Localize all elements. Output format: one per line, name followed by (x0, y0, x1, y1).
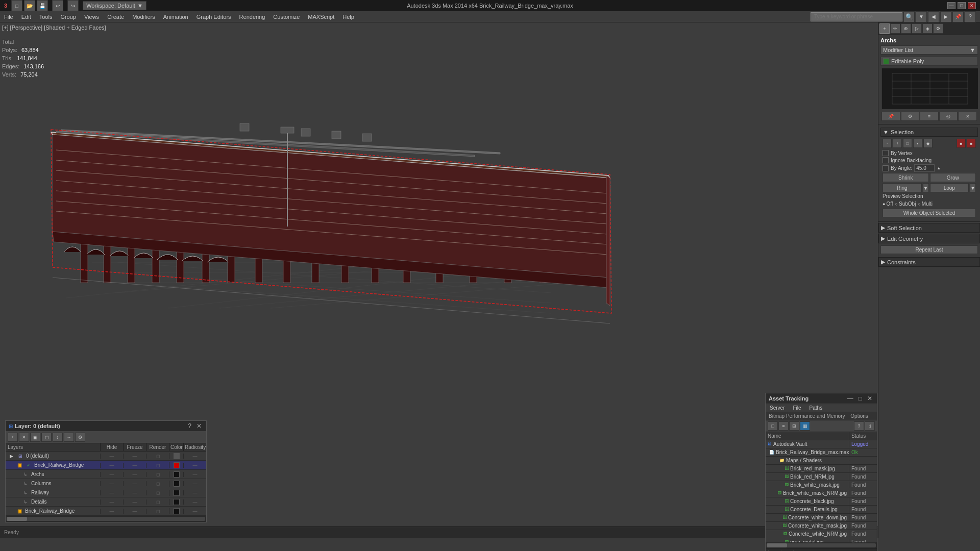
layer-close-btn[interactable]: ✕ (195, 422, 203, 430)
layer-color-cell[interactable] (169, 508, 183, 514)
tab-create[interactable]: + (879, 23, 890, 34)
layer-color-cell[interactable] (169, 499, 183, 505)
layer-settings-btn[interactable]: ⚙ (75, 433, 85, 442)
tab-motion[interactable]: ▷ (912, 23, 922, 34)
help-btn[interactable]: ? (965, 11, 976, 22)
tab-utilities[interactable]: ⚙ (933, 23, 943, 34)
layer-render-cell[interactable]: ◻ (146, 463, 169, 468)
tab-display[interactable]: ◈ (922, 23, 933, 34)
search-fwd-btn[interactable]: ▶ (940, 11, 951, 22)
layer-color-cell[interactable] (169, 471, 183, 478)
element-mode-btn[interactable]: ◆ (923, 139, 933, 148)
border-mode-btn[interactable]: □ (903, 139, 912, 148)
angle-spinner-up[interactable]: ▲ (937, 166, 941, 170)
tab-hierarchy[interactable]: ⊕ (901, 23, 911, 34)
vertex-mode-btn[interactable]: · (883, 139, 892, 148)
asset-new-btn[interactable]: □ (768, 421, 778, 431)
asset-menu-paths[interactable]: Paths (805, 404, 827, 412)
asset-horizontal-scrollbar[interactable] (766, 542, 877, 548)
layer-help-btn[interactable]: ? (186, 422, 193, 430)
layer-render-cell[interactable]: ◻ (146, 481, 169, 486)
layer-radiosity-cell[interactable]: — (183, 509, 206, 514)
shrink-btn[interactable]: Shrink (883, 173, 929, 182)
menu-animation[interactable]: Animation (159, 11, 192, 22)
search-input[interactable] (811, 12, 902, 21)
layer-freeze-cell[interactable]: — (123, 509, 146, 514)
layer-row[interactable]: ▣ Brick_Railway_Bridge — — ◻ — (6, 507, 206, 516)
layer-render-cell[interactable]: ◻ (146, 499, 169, 505)
menu-file[interactable]: File (0, 11, 17, 22)
off-radio[interactable]: ● Off (883, 201, 893, 207)
asset-row[interactable]: 🖼 Concrete_white_NRM.jpg Found (766, 530, 877, 538)
grow-btn[interactable]: Grow (930, 173, 976, 182)
layer-row[interactable]: ↳ Railway — — ◻ — (6, 488, 206, 497)
menu-rendering[interactable]: Rendering (235, 11, 270, 22)
layer-color-cell[interactable] (169, 462, 183, 468)
menu-graph-editors[interactable]: Graph Editors (192, 11, 235, 22)
asset-row[interactable]: 🖼 Brick_red_mask.jpg Found (766, 465, 877, 473)
by-angle-checkbox[interactable] (883, 165, 889, 171)
asset-options-link[interactable]: Options (850, 413, 868, 419)
ignore-backfacing-checkbox[interactable] (883, 157, 889, 163)
layer-radiosity-cell[interactable]: — (183, 481, 206, 486)
layer-color-cell[interactable] (169, 481, 183, 487)
asset-menu-file[interactable]: File (789, 404, 805, 412)
layer-select-layer-btn[interactable]: ↕ (53, 433, 63, 442)
asset-row[interactable]: 🖼 Concrete_white_mask.jpg Found (766, 522, 877, 530)
layer-freeze-cell[interactable]: — (123, 454, 146, 459)
menu-create[interactable]: Create (103, 11, 128, 22)
remove-modifier-btn[interactable]: ✕ (958, 112, 977, 121)
open-btn[interactable]: 📂 (24, 0, 35, 11)
layer-row[interactable]: ▶ ⊞ 0 (default) — — ◻ — (6, 452, 206, 461)
layer-delete-btn[interactable]: ✕ (19, 433, 29, 442)
search-options-btn[interactable]: ▼ (916, 11, 927, 22)
layer-move-to-btn[interactable]: → (64, 433, 74, 442)
layer-freeze-cell[interactable]: — (123, 490, 146, 495)
asset-row[interactable]: 📁 Maps / Shaders (766, 457, 877, 465)
layer-hide-cell[interactable]: — (100, 454, 123, 459)
menu-edit[interactable]: Edit (17, 11, 35, 22)
asset-tree-btn[interactable]: ⊞ (789, 421, 799, 431)
asset-row[interactable]: 🏛 Autodesk Vault Logged (766, 440, 877, 448)
undo-btn[interactable]: ↩ (52, 0, 63, 11)
new-btn[interactable]: □ (11, 0, 22, 11)
layer-color-cell[interactable] (169, 490, 183, 496)
layer-new-btn[interactable]: + (8, 433, 18, 442)
layer-freeze-cell[interactable]: — (123, 472, 146, 477)
layer-hide-cell[interactable]: — (100, 481, 123, 486)
loop-btn[interactable]: Loop (930, 183, 969, 192)
layer-scrollbar[interactable] (6, 516, 206, 522)
asset-row[interactable]: 🖼 gray_metal.jpg Found (766, 538, 877, 542)
subobj-radio[interactable]: ○ SubObj (895, 201, 916, 207)
multi-radio[interactable]: ○ Multi (918, 201, 933, 207)
layer-freeze-cell[interactable]: — (123, 463, 146, 468)
pin-stack-btn[interactable]: 📌 (881, 112, 900, 121)
layer-render-cell[interactable]: ◻ (146, 490, 169, 495)
asset-row[interactable]: 📄 Brick_Railway_Bridge_max.max Ok (766, 448, 877, 457)
tab-modify[interactable]: ✏ (890, 23, 900, 34)
menu-group[interactable]: Group (56, 11, 80, 22)
menu-help[interactable]: Help (338, 11, 358, 22)
polygon-mode-btn[interactable]: ▪ (913, 139, 922, 148)
layer-row[interactable]: ↳ Details — — ◻ — (6, 497, 206, 507)
asset-menu-server[interactable]: Server (766, 404, 789, 412)
layer-hide-cell[interactable]: — (100, 499, 123, 505)
maximize-btn[interactable]: □ (958, 2, 966, 9)
workspace-label[interactable]: Workspace: Default ▼ (83, 1, 146, 10)
layer-add-selection-btn[interactable]: ▣ (30, 433, 40, 442)
minimize-btn[interactable]: — (947, 2, 955, 9)
layer-radiosity-cell[interactable]: — (183, 454, 206, 459)
asset-row[interactable]: 🖼 Concrete_white_down.jpg Found (766, 514, 877, 522)
asset-maximize-btn[interactable]: □ (857, 395, 864, 402)
layer-hide-cell[interactable]: — (100, 490, 123, 495)
constraints-header[interactable]: ▶ Constraints (878, 257, 980, 267)
asset-help-btn[interactable]: ? (854, 421, 864, 431)
layer-radiosity-cell[interactable]: — (183, 499, 206, 505)
ring-btn[interactable]: Ring (883, 183, 922, 192)
edit-geometry-header[interactable]: ▶ Edit Geometry (878, 234, 980, 243)
layer-radiosity-cell[interactable]: — (183, 472, 206, 477)
asset-row[interactable]: 🖼 Brick_red_NRM.jpg Found (766, 473, 877, 481)
layer-row[interactable]: ▣ ✓ Brick_Railway_Bridge — — ◻ — (6, 461, 206, 470)
soft-selection-header[interactable]: ▶ Soft Selection (878, 223, 980, 233)
modifier-editable-poly[interactable]: Editable Poly (880, 57, 978, 66)
